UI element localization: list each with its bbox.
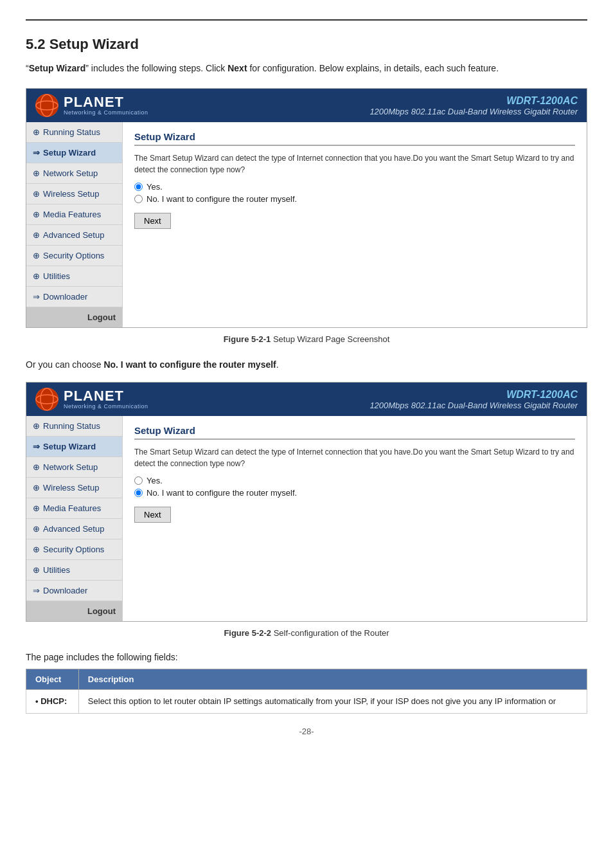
content-desc-2: The Smart Setup Wizard can detect the ty… [134,446,575,469]
sidebar2-item-setup-wizard[interactable]: ⇒ Setup Wizard [26,437,122,457]
router-content-1: Setup Wizard The Smart Setup Wizard can … [123,122,587,327]
planet-logo-icon-2 [35,388,58,411]
radio-no-input-2[interactable] [134,489,143,497]
planet-logo-text-2: PLANET Networking & Communication [64,389,148,410]
sidebar-label-utilities: Utilities [43,271,70,281]
router-header-1: PLANET Networking & Communication WDRT-1… [26,89,587,122]
setup-wizard-bold: Setup Wizard [29,63,86,73]
radio-yes-label-2: Yes. [147,476,163,485]
planet-sub: Networking & Communication [64,109,148,116]
router-panel-2: PLANET Networking & Communication WDRT-1… [26,382,587,622]
sidebar-label-setup-wizard: Setup Wizard [43,148,96,158]
intro-paragraph: “Setup Wizard” includes the following st… [26,62,587,75]
figure2-label: Figure 5-2-2 [224,628,271,638]
dhcp-label: • DHCP: [35,696,67,706]
sidebar-item-media-features[interactable]: ⊕ Media Features [26,204,122,225]
sidebar2-item-media-features[interactable]: ⊕ Media Features [26,498,122,519]
figure-caption-2: Figure 5-2-2 Self-configuration of the R… [26,628,587,638]
page-number: -28- [26,727,587,736]
advanced-setup-icon: ⊕ [33,230,40,240]
radio-yes-input-2[interactable] [134,476,143,485]
sidebar-item-network-setup[interactable]: ⊕ Network Setup [26,163,122,184]
sidebar-label-advanced-setup: Advanced Setup [43,230,104,240]
router-logo-2: PLANET Networking & Communication [35,388,148,411]
running-status-icon-2: ⊕ [33,421,40,431]
planet-name: PLANET [64,95,148,109]
sidebar2-label-media-features: Media Features [43,503,101,513]
router-model-info-2: WDRT-1200AC 1200Mbps 802.11ac Dual-Band … [369,389,578,410]
section-title: 5.2 Setup Wizard [26,36,587,53]
table-cell-object: • DHCP: [26,690,79,714]
sidebar-label-media-features: Media Features [43,210,101,219]
setup-wizard-icon: ⇒ [33,148,40,158]
media-features-icon: ⊕ [33,210,40,219]
sidebar2-item-security-options[interactable]: ⊕ Security Options [26,539,122,560]
planet-sub-2: Networking & Communication [64,403,148,410]
advanced-setup-icon-2: ⊕ [33,524,40,534]
sidebar2-item-downloader[interactable]: ⇒ Downloader [26,581,122,601]
content-title-2: Setup Wizard [134,425,575,440]
router-model-2: WDRT-1200AC [369,389,578,401]
router-body-1: ⊕ Running Status ⇒ Setup Wizard ⊕ Networ… [26,122,587,327]
figure2-desc: Self-configuration of the Router [274,628,389,638]
fields-table: Object Description • DHCP: Select this o… [26,669,587,714]
sidebar-item-security-options[interactable]: ⊕ Security Options [26,246,122,266]
setup-wizard-icon-2: ⇒ [33,442,40,451]
radio-yes-input-1[interactable] [134,183,143,191]
radio-no-label-1: No. I want to configure the router mysel… [147,194,297,204]
router-body-2: ⊕ Running Status ⇒ Setup Wizard ⊕ Networ… [26,416,587,621]
next-button-2[interactable]: Next [134,507,171,523]
sidebar-item-utilities[interactable]: ⊕ Utilities [26,266,122,287]
sidebar-item-running-status[interactable]: ⊕ Running Status [26,122,122,143]
sidebar2-item-wireless-setup[interactable]: ⊕ Wireless Setup [26,478,122,498]
svg-point-3 [36,388,58,410]
logout-label-1: Logout [87,312,116,322]
or-text-paragraph: Or you can choose No. I want to configur… [26,358,587,372]
sidebar2-item-advanced-setup[interactable]: ⊕ Advanced Setup [26,519,122,539]
sidebar2-label-network-setup: Network Setup [43,462,98,472]
logout-button-1[interactable]: Logout [26,307,122,327]
figure1-desc: Setup Wizard Page Screenshot [273,334,389,344]
table-row: • DHCP: Select this option to let router… [26,690,587,714]
router-desc-2: 1200Mbps 802.11ac Dual-Band Wireless Gig… [369,401,578,410]
table-header-description: Description [78,669,587,690]
security-options-icon-2: ⊕ [33,545,40,554]
sidebar-item-downloader[interactable]: ⇒ Downloader [26,287,122,307]
radio-no-row-1: No. I want to configure the router mysel… [134,194,575,204]
sidebar2-item-running-status[interactable]: ⊕ Running Status [26,416,122,437]
running-status-icon: ⊕ [33,127,40,137]
logout-button-2[interactable]: Logout [26,601,122,621]
svg-point-0 [36,95,58,116]
next-bold: Next [227,63,247,73]
radio-yes-row-2: Yes. [134,476,575,485]
downloader-icon: ⇒ [33,292,40,302]
table-cell-description: Select this option to let router obtain … [78,690,587,714]
content-desc-1: The Smart Setup Wizard can detect the ty… [134,152,575,176]
sidebar2-label-downloader: Downloader [43,586,87,595]
radio-no-label-2: No. I want to configure the router mysel… [147,488,297,498]
figure1-label: Figure 5-2-1 [224,334,271,344]
utilities-icon: ⊕ [33,271,40,281]
sidebar2-item-network-setup[interactable]: ⊕ Network Setup [26,457,122,478]
sidebar-item-setup-wizard[interactable]: ⇒ Setup Wizard [26,143,122,163]
sidebar2-label-setup-wizard: Setup Wizard [43,442,96,451]
sidebar-item-advanced-setup[interactable]: ⊕ Advanced Setup [26,225,122,246]
logout-label-2: Logout [87,606,116,616]
next-button-1[interactable]: Next [134,213,171,229]
radio-no-input-1[interactable] [134,195,143,203]
router-logo-1: PLANET Networking & Communication [35,94,148,117]
sidebar2-label-wireless-setup: Wireless Setup [43,483,99,493]
network-setup-icon-2: ⊕ [33,462,40,472]
sidebar-label-running-status: Running Status [43,127,100,137]
planet-logo-text: PLANET Networking & Communication [64,95,148,116]
radio-yes-row-1: Yes. [134,182,575,192]
sidebar2-item-utilities[interactable]: ⊕ Utilities [26,560,122,581]
sidebar-label-security-options: Security Options [43,251,104,260]
sidebar-item-wireless-setup[interactable]: ⊕ Wireless Setup [26,184,122,204]
sidebar2-label-utilities: Utilities [43,565,70,575]
planet-name-2: PLANET [64,389,148,403]
sidebar-1: ⊕ Running Status ⇒ Setup Wizard ⊕ Networ… [26,122,123,327]
table-header-object: Object [26,669,79,690]
media-features-icon-2: ⊕ [33,503,40,513]
figure-caption-1: Figure 5-2-1 Setup Wizard Page Screensho… [26,334,587,344]
